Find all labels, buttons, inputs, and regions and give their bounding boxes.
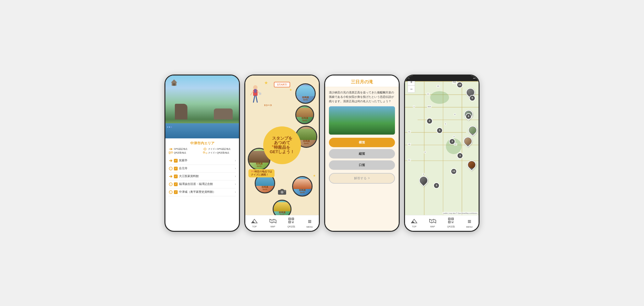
nav-qr[interactable]: QR読取 [282,218,301,228]
svg-text:?: ? [205,148,206,150]
phone1: デスティネーション・キャンペーン 中津市 玖珠町 やばけい遊覧 スタンプラリー … [164,75,240,232]
legend-gps: GPS認証地点 [169,147,202,151]
phone1-hero: デスティネーション・キャンペーン 中津市 玖珠町 やばけい遊覧 スタンプラリー … [165,75,239,138]
list-item[interactable]: ✓ 大江医家資料館 › [169,173,236,181]
svg-rect-48 [293,221,294,222]
course-3: 3コース [264,104,272,107]
nav4-top-label: TOP [412,225,416,228]
nav-menu-label: MENU [306,226,313,228]
cluster-10[interactable]: 10 [457,82,463,88]
list-item[interactable]: ? ✓ 中津城（奥平家歴史資料館） › [169,188,236,196]
svg-marker-52 [430,219,436,223]
nav4-menu[interactable]: ≡ MENU [460,218,479,228]
quiz-banner: ?? 特定の地点ではクイズに挑戦！ [248,169,275,177]
phone2-stamp-screen: START! スタンプを あつめて 特産品を [245,75,319,215]
map-pin-3[interactable] [468,126,477,135]
nav4-qr-label: QR読取 [447,225,455,228]
map-icon [269,219,276,225]
zoom-out-button[interactable]: − [408,86,415,92]
svg-marker-37 [251,221,255,223]
svg-rect-49 [292,222,294,223]
answer-tatebue[interactable]: 縦笛 [329,149,395,159]
svg-rect-47 [292,221,292,222]
star-deco2: ★ [289,88,292,92]
legend-quiz-gps: ? クイズ＋GPS認証地点 [203,147,236,151]
map-pin-6[interactable] [419,176,428,185]
submit-button[interactable]: 解答する > [329,173,395,184]
svg-marker-3 [171,148,173,150]
home-icon: ⌂ [408,77,409,79]
answer-kuchibue[interactable]: 口笛 [329,160,395,170]
list-item[interactable]: ? ✓ 福澤諭吉旧居・福澤記念館 › [169,181,236,188]
svg-rect-46 [289,222,290,222]
phone4: ⌂ ▪▪▪ 32 [404,75,480,232]
hamburger-icon: ≡ [308,218,312,225]
quiz-question: 清少納言の兄の清原正高を追ってきた後醍醐天皇の孫娘である小松女院が身を投げたとい… [329,90,395,104]
start-banner: START! [274,82,290,87]
status-bar: ⌂ ▪▪▪ [405,75,479,81]
stamp-6: 耶馬溪Spirits [292,176,313,197]
map-attribution: Leaflet | map data © OpenStreetMap contr… [442,212,478,214]
course-5: 5ゴール [272,145,280,148]
svg-marker-38 [270,219,276,223]
star-deco: ★ [264,80,268,85]
bottom-nav: TOP MAP [245,215,319,231]
svg-marker-18 [171,175,172,178]
cluster-3b[interactable]: 3 [457,153,463,159]
svg-rect-12 [206,153,207,154]
hamburger-icon-4: ≡ [468,218,471,225]
camera-icon [277,188,287,195]
svg-text:?: ? [170,192,171,193]
cluster-3c[interactable]: 3 [433,182,440,189]
answer-options: 横笛 縦笛 口笛 [329,138,395,170]
bottom-nav-4: TOP MAP [405,215,479,231]
svg-marker-14 [171,159,172,162]
legend-quiz-qr: ? クイズ＋QR読取地点 [203,151,236,154]
phone2: START! スタンプを あつめて 特産品を [244,75,320,232]
quiz-body: 清少納言の兄の清原正高を追ってきた後醍醐天皇の孫娘である小松女院が身を投げたとい… [325,87,399,231]
hiker-character [249,85,262,107]
nav4-top[interactable]: TOP [405,219,424,228]
map-pin-5[interactable] [467,160,476,169]
svg-point-33 [281,191,283,193]
svg-rect-44 [292,219,293,219]
cluster-13[interactable]: 13 [451,168,457,175]
star-deco3: ★ [313,174,316,177]
cluster-8[interactable]: 8 [465,113,472,120]
center-bubble: スタンプを あつめて 特産品を GETしよう！ [263,126,301,164]
nav-top-label: TOP [252,225,257,228]
area-title: 中津市内エリア [169,141,236,146]
svg-rect-1 [173,83,175,86]
svg-rect-10 [203,152,204,153]
svg-line-26 [251,91,253,95]
cluster-2[interactable]: 2 [426,118,433,124]
svg-rect-56 [449,219,450,219]
cluster-5[interactable]: 5 [469,95,475,101]
nav4-qr[interactable]: QR読取 [442,218,460,228]
svg-rect-63 [452,222,453,223]
nav4-map-label: MAP [430,225,435,228]
svg-rect-34 [280,189,284,190]
nav-top[interactable]: TOP [245,219,264,228]
map-area[interactable]: 32 2 43 48 54 27 5近 10 500 8 5 3 3 3 [405,75,479,215]
svg-rect-25 [254,89,257,93]
legend-qr: QR読取地点 [169,151,202,154]
location-image [329,106,395,135]
svg-rect-60 [449,222,450,222]
svg-text:?: ? [170,168,171,170]
nav-map-label: MAP [270,225,275,228]
list-item[interactable]: ✓ 筑紫亭 › [169,157,236,165]
nav4-map[interactable]: MAP [424,219,442,228]
cluster-5b[interactable]: 5 [436,127,443,134]
nav-menu[interactable]: ≡ MENU [301,218,319,228]
nav-map[interactable]: MAP [264,219,282,228]
svg-text:?: ? [170,184,171,186]
phone3: 三日月の滝 清少納言の兄の清原正高を追ってきた後醍醐天皇の孫娘である小松女院が身… [324,75,400,232]
svg-rect-58 [452,219,453,219]
list-item[interactable]: ? ✓ 合元寺 › [169,165,236,173]
answer-yokobue[interactable]: 横笛 [329,138,395,147]
map-pin-4[interactable] [464,137,472,146]
svg-rect-8 [171,152,172,153]
svg-rect-42 [289,219,290,219]
cluster-3[interactable]: 3 [449,138,455,145]
